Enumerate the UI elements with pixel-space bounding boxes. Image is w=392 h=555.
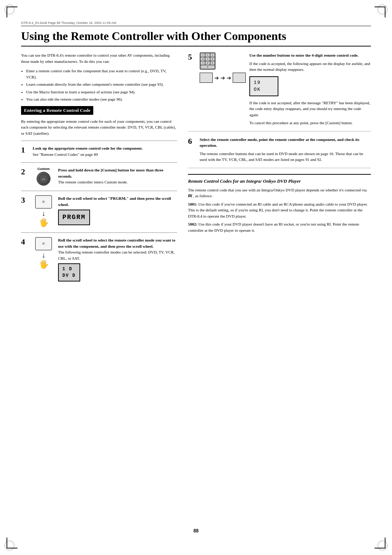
section-intro-text: By entering the appropriate remote contr…: [21, 118, 177, 137]
custom-label: Custom: [37, 167, 50, 171]
bullet-4: You can also edit the remote controller …: [26, 96, 177, 102]
step-4-content: Roll the scroll wheel to select the remo…: [58, 237, 177, 284]
step-1-content: Look up the appropriate remote control c…: [33, 145, 177, 157]
step-6-number: 6: [188, 137, 196, 145]
step-1-text: See "Remote Control Codes" on page 89: [33, 151, 177, 158]
lcd-line-ok: OK: [254, 86, 274, 93]
key-6: 6: [211, 57, 215, 61]
two-column-layout: You can use the DTR-8.4's remote control…: [21, 52, 371, 289]
lcd-accepted-display: 19 OK: [249, 76, 278, 96]
header-bar: DTR-8.4_En.book Page 88 Thursday, Octobe…: [21, 21, 371, 26]
step-6-content: Select the remote controller mode, point…: [200, 137, 371, 163]
key-3: 3: [211, 53, 215, 57]
hand-icon-3: 🖐: [39, 218, 49, 227]
sub-section-body: The remote control code that you use wit…: [188, 187, 371, 234]
step-2-row: 2 Custom Press and hold down the [Custom…: [21, 167, 177, 186]
integra-symbol: RI: [188, 194, 193, 198]
input-boxes: ➜ ➜ ➜: [200, 73, 246, 83]
step-2-content: Press and hold down the [Custom] button …: [58, 167, 177, 185]
step-1-bold: Look up the appropriate remote control c…: [33, 146, 143, 150]
step-1-number: 1: [21, 145, 29, 154]
step-4-number: 4: [21, 237, 29, 246]
bullet-2: Learn commands directly from the other c…: [26, 81, 177, 88]
lcd-accepted-container: 19 OK: [249, 75, 371, 98]
arrow-right-1: ➜: [214, 74, 219, 81]
sub-section-intro: The remote control code that you use wit…: [188, 187, 371, 199]
key-1: 1: [201, 53, 205, 57]
right-column: 5 1 2 3 4 5 6 7 8 9 0: [188, 52, 371, 289]
bullet-1: Enter a remote control code for the comp…: [26, 68, 177, 80]
hand-icon-4: 🖐: [39, 260, 49, 269]
registration-mark-br: [371, 534, 385, 548]
scroll-device-icon-4: [35, 237, 52, 250]
scroll-arrow-icon-4: ↓: [42, 251, 45, 259]
key-5: 5: [205, 57, 209, 61]
step-3-icon: ↓ 🖐: [33, 195, 54, 227]
section-heading-entering: Entering a Remote Control Code: [21, 106, 93, 115]
scroll-device-icon-3: [35, 195, 52, 208]
custom-button-icon: [37, 172, 50, 186]
code-5001: 5001: Use this code if you've connected …: [188, 201, 371, 219]
step-3-divider: [21, 191, 177, 191]
step-4-row: 4 ↓ 🖐 Roll the scroll wheel to select th…: [21, 237, 177, 284]
main-content: Using the Remote Controller with Other C…: [21, 29, 371, 526]
step-4-icon: ↓ 🖐: [33, 237, 54, 269]
header-text: DTR-8.4_En.book Page 88 Thursday, Octobe…: [21, 21, 116, 25]
key-0: 0: [201, 65, 215, 69]
step-5-number: 5: [188, 52, 196, 61]
arrow-right-3: ➜: [226, 74, 231, 81]
input-box-2: [233, 73, 246, 83]
bullet-3: Use the Macro function to learn a sequen…: [26, 89, 177, 95]
code-5002: 5002: Use this code if your DVD player d…: [188, 221, 371, 233]
step-1-row: 1 Look up the appropriate remote control…: [21, 145, 177, 157]
step-5-not-accepted: If the code is not accepted, after the m…: [249, 100, 371, 118]
key-8: 8: [205, 61, 209, 65]
left-column: You can use the DTR-8.4's remote control…: [21, 52, 177, 289]
key-9: 9: [211, 61, 215, 65]
registration-mark-bl: [7, 534, 21, 548]
step-4-text: The following remote controller modes ca…: [58, 249, 177, 261]
step-5-bold: Use the number buttons to enter the 4-di…: [249, 53, 359, 57]
step-4-divider: [21, 232, 177, 233]
scroll-arrow-icon-3: ↓: [42, 210, 45, 217]
sub-section: Remote Control Codes for an Integra/ Onk…: [188, 174, 371, 234]
registration-mark-tl: [7, 7, 21, 21]
step-5-accepted-text: If the code is accepted, the following a…: [249, 61, 371, 73]
step-5-content: Use the number buttons to enter the 4-di…: [249, 52, 371, 126]
page-title: Using the Remote Controller with Other C…: [21, 29, 371, 46]
arrow-right-2: ➜: [220, 74, 225, 81]
dvd-line1: 1 D: [62, 266, 76, 272]
step-1-divider: [21, 141, 177, 141]
step-4-bold: Roll the scroll wheel to select the remo…: [58, 238, 175, 248]
dvd-lcd-display: 1 D DV D: [58, 263, 80, 281]
key-7: 7: [201, 61, 205, 65]
page-number: 88: [193, 528, 199, 534]
step-2-icon: Custom: [33, 167, 54, 186]
step-2-divider: [21, 162, 177, 163]
step-6-bold: Select the remote controller mode, point…: [200, 137, 359, 148]
step-3-number: 3: [21, 195, 29, 204]
dvd-line2: DV D: [62, 272, 76, 279]
prgrm-lcd-display: PRGRM: [58, 210, 90, 225]
key-2: 2: [205, 53, 209, 57]
step-3-bold: Roll the scroll wheel to select "PRGRM,"…: [58, 196, 171, 207]
step-2-number: 2: [21, 167, 29, 176]
lcd-line-19: 19: [254, 79, 274, 86]
intro-bullets: Enter a remote control code for the comp…: [26, 68, 177, 102]
intro-paragraph: You can use the DTR-8.4's remote control…: [21, 52, 177, 64]
sub-section-title: Remote Control Codes for an Integra/ Onk…: [188, 178, 371, 184]
input-box-1: [200, 73, 213, 83]
step-6-text: The remote controller buttons that can b…: [200, 151, 371, 163]
numpad-icon: 1 2 3 4 5 6 7 8 9 0: [200, 52, 216, 70]
registration-mark-tr: [371, 7, 385, 21]
step-3-content: Roll the scroll wheel to select "PRGRM,"…: [58, 195, 177, 227]
step-2-bold: Press and hold down the [Custom] button …: [58, 168, 163, 178]
step-2-text: The remote controller enters Custom mode…: [58, 179, 177, 185]
step-5-row: 5 1 2 3 4 5 6 7 8 9 0: [188, 52, 371, 131]
key-4: 4: [201, 57, 205, 61]
step-6-row: 6 Select the remote controller mode, poi…: [188, 137, 371, 168]
step-5-cancel: To cancel this procedure at any point, p…: [249, 120, 371, 126]
step-3-row: 3 ↓ 🖐 Roll the scroll wheel to select "P…: [21, 195, 177, 227]
step-5-icon: 1 2 3 4 5 6 7 8 9 0 ➜: [200, 52, 246, 86]
